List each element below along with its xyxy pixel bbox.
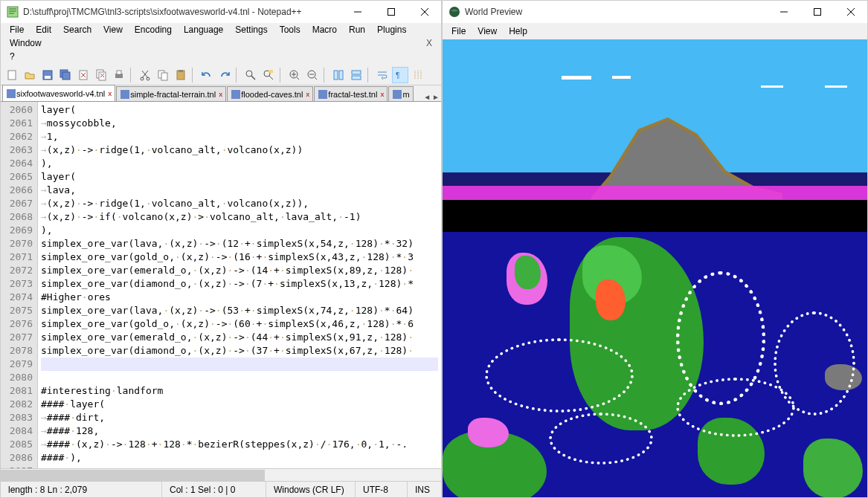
code-line[interactable]: simplex_ore_var(emerald_o,·(x,z)·->·(14·… (41, 264, 438, 277)
code-line[interactable]: ####·layer( (41, 398, 438, 411)
svg-point-18 (246, 71, 252, 77)
status-encoding: UTF-8 (356, 482, 408, 497)
tool-indent-guide-icon[interactable] (410, 67, 426, 83)
tab-simple-fractal-terrain[interactable]: simple-fractal-terrain.tnl x (116, 86, 226, 101)
preview-menu-file[interactable]: File (446, 25, 472, 38)
menu-tools[interactable]: Tools (274, 23, 306, 36)
code-line[interactable]: layer( (41, 103, 438, 117)
tool-open-icon[interactable] (22, 67, 38, 83)
tool-copy-icon[interactable] (155, 67, 171, 83)
tool-new-icon[interactable] (4, 67, 20, 83)
code-line[interactable]: →####·(x,z)·->·128·+·128·*·bezierR(stepp… (41, 438, 438, 451)
tool-close-icon[interactable] (75, 67, 91, 83)
code-line[interactable]: →(x,z)·->·ridge(1,·volcano_alt,·volcano(… (41, 197, 438, 210)
menu-encoding[interactable]: Encoding (129, 23, 178, 36)
tab-sixfootwavesworld[interactable]: sixfootwavesworld-v4.tnl x (2, 85, 115, 101)
svg-rect-0 (7, 7, 18, 17)
notepadpp-icon (7, 6, 19, 18)
line-number-gutter: 2060206120622063206420652066206720682069… (1, 102, 38, 468)
code-line[interactable]: simplex_ore_var(lava,·(x,z)·->·(12·+·sim… (41, 237, 438, 250)
npp-close-button[interactable] (408, 1, 441, 23)
horizontal-scrollbar[interactable] (1, 468, 441, 481)
code-line[interactable]: layer( (41, 170, 438, 184)
svg-rect-32 (393, 90, 402, 99)
svg-rect-17 (179, 70, 183, 72)
tool-zoomin-icon[interactable] (286, 67, 303, 83)
tab-close-icon[interactable]: x (380, 91, 384, 98)
tool-showall-icon[interactable]: ¶ (392, 67, 408, 83)
tab-fractal-test[interactable]: fractal-test.tnl x (314, 86, 388, 101)
file-icon (120, 89, 130, 100)
code-line[interactable] (41, 465, 438, 468)
preview-menu-help[interactable]: Help (503, 25, 533, 38)
code-line[interactable]: ), (41, 224, 438, 237)
code-line[interactable]: simplex_ore_var(lava,·(x,z)·->·(53·+·sim… (41, 304, 438, 317)
menu-help[interactable]: ? (4, 50, 21, 63)
tab-scroll-right-icon[interactable]: ► (432, 93, 440, 101)
menu-macro[interactable]: Macro (306, 23, 343, 36)
code-line[interactable]: →mossycobble, (41, 117, 438, 130)
code-line[interactable]: #Higher·ores (41, 291, 438, 304)
menu-search[interactable]: Search (57, 23, 97, 36)
tab-overflow[interactable]: m (388, 86, 413, 101)
preview-canvas[interactable] (443, 39, 867, 497)
code-line[interactable]: ), (41, 157, 438, 170)
scrollbar-thumb[interactable] (1, 470, 265, 481)
preview-titlebar[interactable]: World Preview (443, 1, 867, 23)
status-eol: Windows (CR LF) (266, 482, 356, 497)
tool-save-icon[interactable] (39, 67, 56, 83)
code-line[interactable]: →(x,z)·->·if(·volcano(x,z)·>·volcano_alt… (41, 210, 438, 224)
code-line[interactable]: →####·128, (41, 424, 438, 438)
menu-view[interactable]: View (97, 23, 129, 36)
tool-sync-v-icon[interactable] (330, 67, 347, 83)
code-line[interactable]: simplex_ore_var(diamond_o,·(x,z)·->·(7·+… (41, 277, 438, 291)
npp-overflow-x[interactable]: X (420, 36, 438, 50)
npp-menubar: File Edit Search View Encoding Language … (1, 23, 441, 65)
preview-close-button[interactable] (834, 1, 867, 23)
preview-minimize-button[interactable] (767, 1, 800, 23)
menu-run[interactable]: Run (343, 23, 371, 36)
preview-maximize-button[interactable] (800, 1, 834, 23)
menu-plugins[interactable]: Plugins (371, 23, 412, 36)
code-line[interactable]: #interesting·landform (41, 384, 438, 398)
menu-window[interactable]: Window (4, 36, 48, 50)
tab-close-icon[interactable]: x (219, 91, 222, 98)
code-line[interactable]: →1, (41, 130, 438, 143)
code-line[interactable] (41, 371, 438, 384)
npp-maximize-button[interactable] (374, 1, 408, 23)
code-line[interactable]: →####·dirt, (41, 411, 438, 424)
code-line[interactable]: simplex_ore_var(gold_o,·(x,z)·->·(60·+·s… (41, 317, 438, 331)
tool-sync-h-icon[interactable] (348, 67, 364, 83)
tool-redo-icon[interactable] (216, 67, 233, 83)
code-line[interactable]: →(x,z)·->·ridge(1,·volcano_alt,·volcano(… (41, 143, 438, 157)
tab-flooded-caves[interactable]: flooded-caves.tnl x (227, 86, 313, 101)
editor-area[interactable]: 2060206120622063206420652066206720682069… (1, 102, 441, 468)
npp-titlebar[interactable]: D:\stuff\proj\TMCMG\tnl3-scripts\sixfoot… (1, 1, 441, 23)
tab-scroll-left-icon[interactable]: ◄ (423, 93, 431, 101)
code-line[interactable]: ####·), (41, 451, 438, 465)
tab-close-icon[interactable]: x (108, 90, 112, 97)
code-line[interactable] (41, 358, 438, 371)
menu-file[interactable]: File (4, 23, 30, 36)
code-line[interactable]: simplex_ore_var(gold_o,·(x,z)·->·(16·+·s… (41, 250, 438, 264)
preview-menu-view[interactable]: View (472, 25, 503, 38)
code-line[interactable]: simplex_ore_var(emerald_o,·(x,z)·->·(44·… (41, 331, 438, 344)
code-line[interactable]: simplex_ore_var(diamond_o,·(x,z)·->·(37·… (41, 344, 438, 358)
tool-closeall-icon[interactable] (93, 67, 109, 83)
code-line[interactable]: →lava, (41, 184, 438, 197)
tab-close-icon[interactable]: x (306, 91, 309, 98)
menu-settings[interactable]: Settings (229, 23, 273, 36)
tool-find-icon[interactable] (242, 67, 259, 83)
menu-edit[interactable]: Edit (30, 23, 57, 36)
tool-replace-icon[interactable] (260, 67, 277, 83)
tool-cut-icon[interactable] (137, 67, 153, 83)
tool-print-icon[interactable] (111, 67, 127, 83)
tool-paste-icon[interactable] (173, 67, 189, 83)
tool-undo-icon[interactable] (199, 67, 215, 83)
npp-minimize-button[interactable] (341, 1, 374, 23)
tool-zoomout-icon[interactable] (304, 67, 321, 83)
tool-saveall-icon[interactable] (57, 67, 74, 83)
code-content[interactable]: layer(→mossycobble,→1,→(x,z)·->·ridge(1,… (38, 102, 441, 468)
menu-language[interactable]: Language (178, 23, 229, 36)
tool-wordwrap-icon[interactable] (374, 67, 390, 83)
